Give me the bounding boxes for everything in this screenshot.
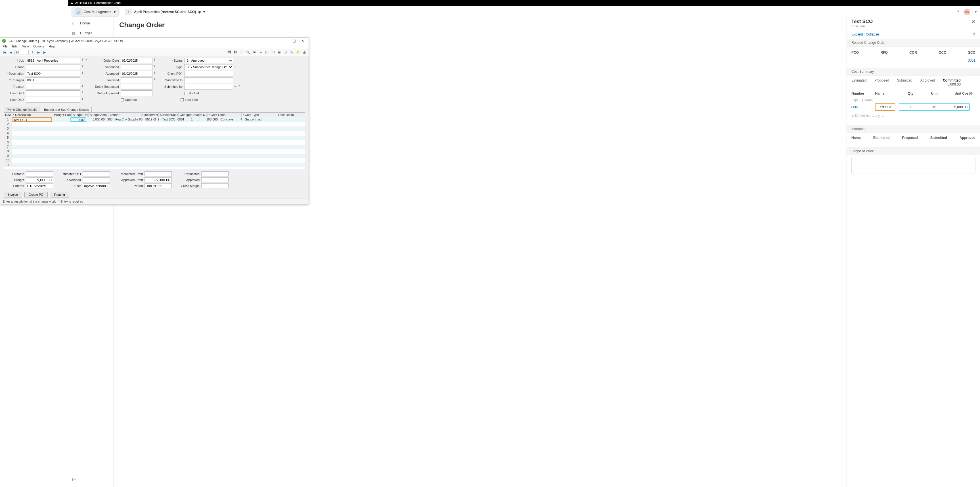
autodesk-logo: ▲	[70, 1, 73, 5]
project-name: April Properties (reverse SC and SCO)	[134, 10, 196, 14]
chevron-down-icon: ▾	[975, 10, 977, 14]
cost-module-icon: ⊞	[75, 8, 81, 15]
chevron-down-icon: ▾	[114, 10, 116, 14]
globe-icon: ◉	[198, 10, 201, 14]
product-text: Construction Cloud	[94, 1, 121, 5]
avatar[interactable]: AA	[964, 8, 970, 15]
help-icon[interactable]: ?	[957, 10, 959, 14]
module-selector[interactable]: ⊞ Cost Management ▾	[72, 7, 119, 17]
brand-text: AUTODESK	[75, 1, 92, 5]
project-selector[interactable]: ‹ April Properties (reverse SC and SCO) …	[123, 7, 207, 16]
module-name: Cost Management	[84, 10, 111, 14]
chevron-down-icon: ▾	[203, 10, 205, 14]
autodesk-brand-bar: ▲ AUTODESK Construction Cloud	[68, 0, 980, 6]
app-bar: ⊞ Cost Management ▾ ‹ April Properties (…	[68, 6, 980, 18]
cost-item-panel: Test SCO Cost Item ✕ Expand | Collapse ⚙…	[846, 15, 980, 18]
back-icon[interactable]: ‹	[125, 8, 132, 15]
